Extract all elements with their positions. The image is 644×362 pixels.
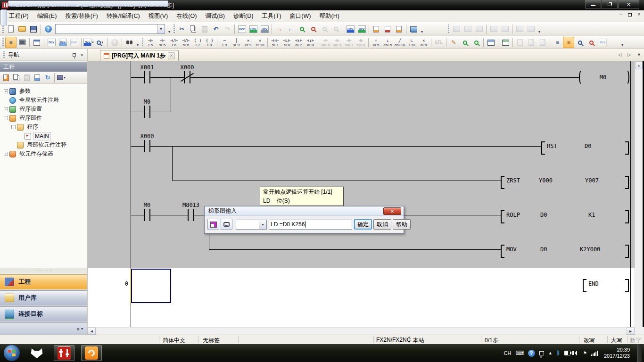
panel-splitter[interactable]: ········· xyxy=(0,268,87,273)
contact-X001[interactable]: X001 xyxy=(140,64,154,71)
view-button-connection-destination[interactable]: 连接目标 xyxy=(0,306,87,321)
monitor-stop-button[interactable] xyxy=(307,24,319,35)
rising-pulse-button[interactable]: ⊣↑⊢sF7 xyxy=(269,37,281,49)
pulse-contact-1-button[interactable]: ⊣⊢saF5 xyxy=(320,37,331,49)
comment-display-button[interactable]: ≡ xyxy=(552,37,563,48)
input-language-indicator[interactable]: CH xyxy=(504,350,512,356)
pulse-contact-4-button[interactable]: ⊣⊢saF8 xyxy=(355,37,367,49)
more-views-arrow-icon[interactable]: ▾ xyxy=(81,327,83,331)
toolbar-overflow-button[interactable]: ▾ xyxy=(619,37,625,48)
instruction-input[interactable]: LD =D0 K256 xyxy=(269,220,352,230)
pin-icon[interactable] xyxy=(73,53,76,57)
toolbar-overflow-button[interactable]: ▾ xyxy=(135,37,140,48)
show-desktop-button[interactable] xyxy=(637,344,642,362)
horizontal-line-button[interactable]: ─F9 xyxy=(219,37,231,49)
confirm-button[interactable]: 确定 xyxy=(354,219,372,230)
verify-with-plc-button[interactable] xyxy=(371,24,382,35)
ladder-editing-block[interactable] xyxy=(88,61,635,268)
delete-vertical-line-button[interactable]: ×cF10 xyxy=(254,37,266,49)
statement-batch-edit-button[interactable] xyxy=(485,37,496,48)
menu-tool[interactable]: 工具(T) xyxy=(257,11,285,22)
ladder-cursor-selection[interactable] xyxy=(131,269,171,303)
zoom-button[interactable] xyxy=(608,37,619,48)
tree-item-device-memory[interactable]: +软元件存储器 xyxy=(0,149,87,158)
note-batch-edit-button[interactable] xyxy=(500,37,511,48)
menu-find-replace[interactable]: 搜索/替换(F) xyxy=(61,11,102,22)
restore-button[interactable] xyxy=(602,0,618,9)
keyboard-icon[interactable]: ⌨ xyxy=(515,350,523,356)
program-list-button[interactable] xyxy=(31,37,42,48)
taskbar-gx-works2-icon[interactable] xyxy=(54,345,74,361)
menu-view[interactable]: 视图(V) xyxy=(144,11,173,22)
tree-item-program[interactable]: -程序 xyxy=(0,123,87,132)
scroll-left-icon[interactable]: ◀ xyxy=(88,328,96,335)
dialog-title-bar[interactable]: 梯形图输入 xyxy=(205,206,404,216)
network-icon[interactable]: ⚑ xyxy=(583,350,587,356)
panel-close-icon[interactable]: × xyxy=(81,52,83,58)
rising-pulse-branch-button[interactable]: ⊣↑⊢aF7 xyxy=(293,37,305,49)
view-button-user-library[interactable]: 用户库 xyxy=(0,290,87,305)
minimize-button[interactable]: ▬ xyxy=(585,0,601,9)
tree-expander-icon[interactable]: + xyxy=(4,152,8,156)
comment-edit-button[interactable]: ✎ xyxy=(448,37,459,48)
mdi-close-button[interactable]: × xyxy=(637,12,640,17)
tree-expander-icon[interactable]: - xyxy=(4,116,8,120)
signal-strength-icon[interactable] xyxy=(591,351,598,356)
device-use-list-button[interactable]: Dev xyxy=(57,37,68,48)
coil-M0[interactable]: M0 xyxy=(583,73,623,82)
new-data-button[interactable] xyxy=(1,73,11,83)
tab-scroll-left-icon[interactable]: ◁ xyxy=(618,52,621,57)
menu-online[interactable]: 在线(O) xyxy=(172,11,201,22)
horizontal-scrollbar[interactable]: ◀ ▶ xyxy=(88,327,635,335)
tree-expander-icon[interactable]: + xyxy=(4,107,8,111)
instruction-END-operand[interactable]: END xyxy=(588,280,599,288)
menu-debug[interactable]: 调试(B) xyxy=(201,11,229,22)
monitor-condition-button[interactable] xyxy=(408,24,419,35)
bluetooth-icon[interactable]: ᛒ xyxy=(557,350,560,356)
open-project-button[interactable] xyxy=(17,24,28,35)
device-comment-list-button[interactable]: Dev xyxy=(46,37,57,48)
scroll-right-icon[interactable]: ▶ xyxy=(627,328,635,335)
view-button-project[interactable]: 工程 xyxy=(0,274,87,289)
start-button[interactable] xyxy=(4,345,20,361)
mdi-minimize-button[interactable]: – xyxy=(620,12,623,17)
trace-stop-button[interactable] xyxy=(473,24,485,35)
program-find-2-button[interactable] xyxy=(537,37,548,48)
dialog-close-button[interactable]: ✕ xyxy=(383,207,401,215)
contact-M8013[interactable]: M8013 xyxy=(182,202,199,208)
tab-scroll-right-icon[interactable]: ▷ xyxy=(627,52,631,57)
instruction-ZRST-operand[interactable]: Y000 xyxy=(539,176,553,185)
mdi-restore-button[interactable] xyxy=(628,13,632,16)
help-button[interactable]: ? xyxy=(42,24,54,35)
instruction-MOV-operand[interactable]: K2Y000 xyxy=(580,245,600,254)
toolbar-grip[interactable] xyxy=(448,25,449,34)
sort-filter-dropdown-icon[interactable]: ▾ xyxy=(64,76,66,80)
statement-display-button[interactable] xyxy=(574,37,586,48)
program-find-1-button[interactable] xyxy=(526,37,537,48)
delete-horizontal-line-button[interactable]: ×cF9 xyxy=(242,37,254,49)
tab-main-program[interactable]: [PRG]写入 MAIN 1步 ✕ xyxy=(100,50,179,61)
device-comment-input-button[interactable] xyxy=(207,219,219,230)
program-duplicate-button[interactable] xyxy=(514,37,526,48)
application-instruction-button[interactable]: { }F8 xyxy=(204,37,215,49)
volume-icon[interactable] xyxy=(575,351,577,355)
menu-compile[interactable]: 转换/编译(C) xyxy=(102,11,144,22)
statement-edit-button[interactable] xyxy=(459,37,471,48)
symbol-combo[interactable]: ▼ xyxy=(236,220,267,230)
delete-edit-line-button[interactable]: ×aF9 xyxy=(418,37,429,49)
monitor-pause-button[interactable] xyxy=(319,24,330,35)
tree-item-main[interactable]: MAIN xyxy=(0,132,87,140)
closed-contact-branch-button[interactable]: ⊣/⊢sF6 xyxy=(180,37,192,49)
navigation-window-button[interactable]: ≡ xyxy=(5,37,17,48)
menu-help[interactable]: 帮助(H) xyxy=(315,11,343,22)
help-2-button[interactable]: ? xyxy=(109,37,120,48)
falling-pulse-branch-button[interactable]: ⊣↓⊢aF8 xyxy=(305,37,316,49)
contact-X000[interactable]: X000 xyxy=(140,133,154,140)
menu-project[interactable]: 工程(P) xyxy=(5,11,33,22)
redo-button[interactable]: ↷ xyxy=(222,24,233,35)
taskbar-foobar-icon[interactable] xyxy=(26,345,47,361)
device-display-dropdown-icon[interactable]: ▾ xyxy=(92,41,94,44)
device-registration-monitor-button[interactable]: Dev xyxy=(356,24,367,35)
menu-edit[interactable]: 编辑(E) xyxy=(33,11,61,22)
sampling-trace-2-button[interactable] xyxy=(499,24,511,35)
